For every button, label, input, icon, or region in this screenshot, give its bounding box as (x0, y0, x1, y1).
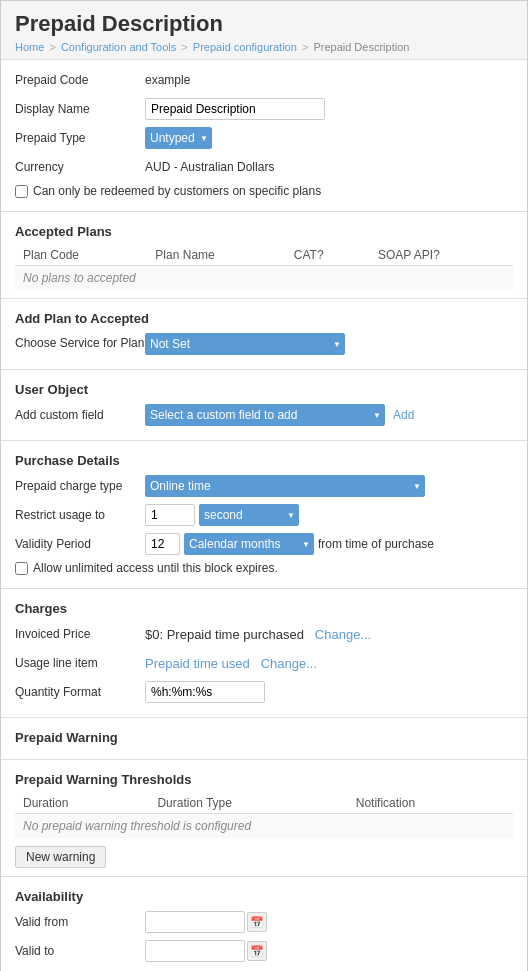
restrict-usage-row: Restrict usage to second (15, 503, 513, 527)
valid-from-calendar-icon[interactable]: 📅 (247, 912, 267, 932)
quantity-format-input[interactable] (145, 681, 265, 703)
restrict-label: Restrict usage to (15, 508, 145, 522)
add-custom-field-row: Add custom field Select a custom field t… (15, 403, 513, 427)
restrict-value-input[interactable] (145, 504, 195, 526)
display-name-input[interactable] (145, 98, 325, 120)
usage-line-change-link[interactable]: Change... (261, 656, 317, 671)
accepted-plans-section: Accepted Plans Plan Code Plan Name CAT? … (1, 212, 527, 299)
warning-thresholds-section: Prepaid Warning Thresholds Duration Dura… (1, 760, 527, 877)
breadcrumb-prepaid-config[interactable]: Prepaid configuration (193, 41, 297, 53)
availability-section: Availability Valid from 📅 Valid to 📅 (1, 877, 527, 971)
choose-service-wrapper: Not Set (145, 333, 345, 355)
valid-to-input[interactable] (145, 940, 245, 962)
breadcrumb-config[interactable]: Configuration and Tools (61, 41, 176, 53)
prepaid-code-value: example (145, 73, 190, 87)
page-title: Prepaid Description (15, 11, 513, 37)
charge-type-row: Prepaid charge type Online time (15, 474, 513, 498)
plans-table: Plan Code Plan Name CAT? SOAP API? No pl… (15, 245, 513, 290)
col-duration: Duration (15, 793, 149, 814)
prepaid-type-row: Prepaid Type Untyped (15, 126, 513, 150)
currency-row: Currency AUD - Australian Dollars (15, 155, 513, 179)
breadcrumb-home[interactable]: Home (15, 41, 44, 53)
valid-to-label: Valid to (15, 944, 145, 958)
page-container: Prepaid Description Home > Configuration… (0, 0, 528, 971)
warn-header-row: Duration Duration Type Notification (15, 793, 513, 814)
col-notification: Notification (348, 793, 513, 814)
currency-label: Currency (15, 160, 145, 174)
user-object-section: User Object Add custom field Select a cu… (1, 370, 527, 441)
display-name-row: Display Name (15, 97, 513, 121)
prepaid-warning-section: Prepaid Warning (1, 718, 527, 760)
invoiced-price-change-link[interactable]: Change... (315, 627, 371, 642)
charge-type-label: Prepaid charge type (15, 479, 145, 493)
prepaid-type-wrapper: Untyped (145, 127, 212, 149)
add-plan-section: Add Plan to Accepted Choose Service for … (1, 299, 527, 370)
custom-field-wrapper: Select a custom field to add (145, 404, 385, 426)
specific-plans-row: Can only be redeemed by customers on spe… (15, 184, 513, 198)
user-object-title: User Object (15, 382, 513, 397)
charge-type-wrapper: Online time (145, 475, 425, 497)
restrict-unit-wrapper: second (199, 504, 299, 526)
col-plan-code: Plan Code (15, 245, 147, 266)
no-warn-text: No prepaid warning threshold is configur… (15, 814, 513, 839)
charge-type-select[interactable]: Online time (145, 475, 425, 497)
validity-label: Validity Period (15, 537, 145, 551)
usage-line-row: Usage line item Prepaid time used Change… (15, 651, 513, 675)
add-plan-title: Add Plan to Accepted (15, 311, 513, 326)
add-custom-label: Add custom field (15, 408, 145, 422)
purchase-details-title: Purchase Details (15, 453, 513, 468)
choose-service-label: Choose Service for Plan (15, 336, 145, 352)
valid-to-calendar-icon[interactable]: 📅 (247, 941, 267, 961)
prepaid-code-label: Prepaid Code (15, 73, 145, 87)
col-duration-type: Duration Type (149, 793, 347, 814)
currency-value: AUD - Australian Dollars (145, 160, 274, 174)
validity-suffix: from time of purchase (318, 537, 434, 551)
charges-title: Charges (15, 601, 513, 616)
validity-num-input[interactable] (145, 533, 180, 555)
validity-unit-select[interactable]: Calendar months (184, 533, 314, 555)
prepaid-type-label: Prepaid Type (15, 131, 145, 145)
breadcrumb: Home > Configuration and Tools > Prepaid… (15, 41, 513, 53)
usage-line-value[interactable]: Prepaid time used (145, 656, 250, 671)
specific-plans-checkbox[interactable] (15, 185, 28, 198)
no-plans-row: No plans to accepted (15, 266, 513, 291)
prepaid-code-row: Prepaid Code example (15, 68, 513, 92)
unlimited-access-checkbox[interactable] (15, 562, 28, 575)
choose-service-select[interactable]: Not Set (145, 333, 345, 355)
valid-from-input[interactable] (145, 911, 245, 933)
valid-from-label: Valid from (15, 915, 145, 929)
valid-to-row: Valid to 📅 (15, 939, 513, 963)
col-plan-name: Plan Name (147, 245, 285, 266)
usage-line-label: Usage line item (15, 656, 145, 670)
accepted-plans-title: Accepted Plans (15, 224, 513, 239)
availability-title: Availability (15, 889, 513, 904)
form-content: Prepaid Code example Display Name Prepai… (1, 60, 527, 971)
validity-unit-wrapper: Calendar months (184, 533, 314, 555)
prepaid-warning-title: Prepaid Warning (15, 730, 513, 745)
unlimited-access-row: Allow unlimited access until this block … (15, 561, 513, 575)
specific-plans-label: Can only be redeemed by customers on spe… (33, 184, 321, 198)
add-custom-button[interactable]: Add (389, 406, 418, 424)
warning-thresholds-title: Prepaid Warning Thresholds (15, 772, 513, 787)
custom-field-select[interactable]: Select a custom field to add (145, 404, 385, 426)
validity-row: Validity Period Calendar months from tim… (15, 532, 513, 556)
warn-table: Duration Duration Type Notification No p… (15, 793, 513, 838)
purchase-details-section: Purchase Details Prepaid charge type Onl… (1, 441, 527, 589)
invoiced-price-label: Invoiced Price (15, 627, 145, 641)
display-name-label: Display Name (15, 102, 145, 116)
new-warning-button[interactable]: New warning (15, 846, 106, 868)
basic-info-section: Prepaid Code example Display Name Prepai… (1, 60, 527, 212)
quantity-format-row: Quantity Format (15, 680, 513, 704)
choose-service-row: Choose Service for Plan Not Set (15, 332, 513, 356)
no-warn-row: No prepaid warning threshold is configur… (15, 814, 513, 839)
prepaid-type-select[interactable]: Untyped (145, 127, 212, 149)
restrict-unit-select[interactable]: second (199, 504, 299, 526)
col-cat: CAT? (286, 245, 370, 266)
quantity-format-label: Quantity Format (15, 685, 145, 699)
charges-section: Charges Invoiced Price $0: Prepaid time … (1, 589, 527, 718)
no-plans-text: No plans to accepted (15, 266, 513, 291)
breadcrumb-current: Prepaid Description (313, 41, 409, 53)
valid-from-row: Valid from 📅 (15, 910, 513, 934)
invoiced-price-value: $0: Prepaid time purchased (145, 627, 304, 642)
plans-header-row: Plan Code Plan Name CAT? SOAP API? (15, 245, 513, 266)
